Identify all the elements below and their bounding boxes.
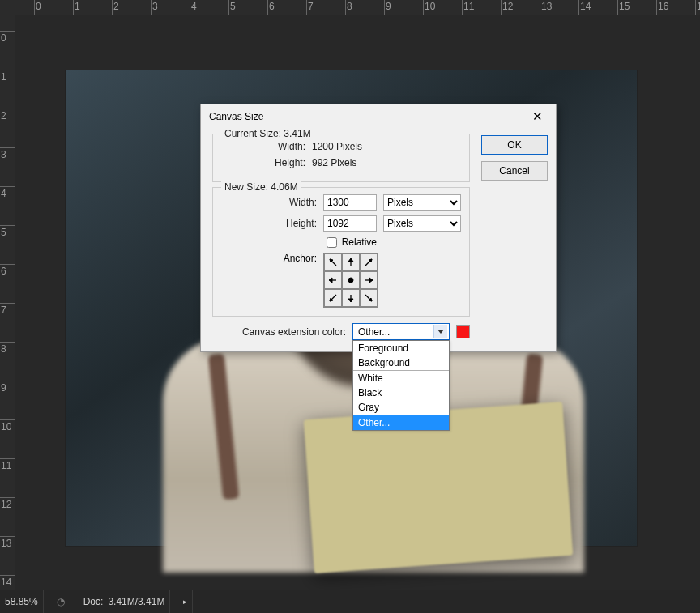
ok-button[interactable]: OK [481,135,548,155]
ruler-corner [0,0,15,15]
doc-size[interactable]: Doc: 3.41M/3.41M [79,590,171,613]
current-height-label: Height: [241,157,305,168]
width-label: Width: [252,197,317,208]
extension-color-swatch[interactable] [456,325,470,338]
width-unit-select[interactable]: Pixels [383,194,461,211]
dialog-title: Canvas Size [209,111,263,122]
anchor-s[interactable] [342,289,360,307]
chevron-down-icon [433,325,447,338]
anchor-e[interactable] [360,271,378,289]
zoom-level[interactable]: 58.85% [0,590,44,613]
status-unknown-icon[interactable]: ◔ [52,590,70,613]
zoom-level-value: 58.85% [5,596,38,607]
extension-color-label: Canvas extension color: [242,326,346,338]
ruler-horizontal[interactable]: 01234567891011121314151617 [15,0,700,15]
anchor-sw[interactable] [324,289,342,307]
option-background[interactable]: Background [353,355,449,370]
new-size-group: New Size: 4.06M Width: Pixels Height: Pi… [212,187,470,317]
anchor-se[interactable] [360,289,378,307]
anchor-center[interactable] [342,271,360,289]
anchor-label: Anchor: [284,253,317,264]
current-width-value: 1200 Pixels [312,141,377,152]
new-size-legend: New Size: 4.06M [221,181,301,193]
option-black[interactable]: Black [353,385,449,400]
svg-marker-10 [369,278,373,283]
height-input[interactable] [323,215,377,232]
current-height-value: 992 Pixels [312,157,377,168]
dialog-titlebar[interactable]: Canvas Size ✕ [201,104,556,129]
dialog-body: Current Size: 3.41M Width: 1200 Pixels H… [201,129,556,351]
svg-marker-14 [348,299,353,302]
width-input[interactable] [323,194,377,211]
doc-value: 3.41M/3.41M [108,596,164,607]
option-other[interactable]: Other... [353,415,449,430]
relative-checkbox[interactable] [327,237,337,248]
anchor-w[interactable] [324,271,342,289]
status-expand-icon[interactable] [178,590,193,613]
svg-marker-3 [348,258,353,262]
doc-label: Doc: [83,596,104,607]
anchor-n[interactable] [342,253,360,271]
cancel-button[interactable]: Cancel [481,161,548,181]
workspace: 01234567891011121314151617 0123456789101… [0,0,700,613]
height-unit-select[interactable]: Pixels [383,215,461,232]
canvas-size-dialog: Canvas Size ✕ Current Size: 3.41M Width:… [200,104,557,352]
current-width-label: Width: [241,141,305,152]
option-gray[interactable]: Gray [353,400,449,415]
relative-label: Relative [342,236,377,248]
close-icon[interactable]: ✕ [527,108,548,126]
current-size-group: Current Size: 3.41M Width: 1200 Pixels H… [212,134,470,182]
status-bar: 58.85% ◔ Doc: 3.41M/3.41M [0,590,700,613]
svg-point-8 [348,278,353,283]
option-foreground[interactable]: Foreground [353,341,449,355]
anchor-nw[interactable] [324,253,342,271]
current-size-legend: Current Size: 3.41M [221,128,314,139]
option-white[interactable]: White [353,371,449,385]
extension-color-select[interactable]: Other... [352,323,450,340]
extension-color-value: Other... [358,326,390,338]
height-label: Height: [252,218,317,229]
anchor-grid [323,253,378,308]
ruler-vertical[interactable]: 01234567891011121314 [0,15,15,590]
extension-color-dropdown: Foreground Background White Black Gray O… [352,340,450,431]
svg-marker-7 [329,278,332,283]
anchor-ne[interactable] [360,253,378,271]
